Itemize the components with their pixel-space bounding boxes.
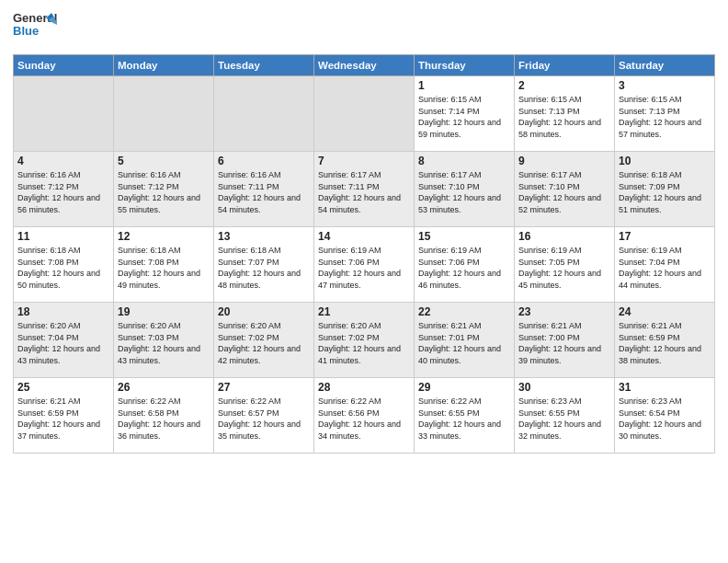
cell-info: Sunrise: 6:15 AMSunset: 7:14 PMDaylight:… bbox=[418, 94, 510, 140]
calendar-cell: 28Sunrise: 6:22 AMSunset: 6:56 PMDayligh… bbox=[314, 378, 415, 454]
day-number: 16 bbox=[518, 230, 610, 243]
cell-info: Sunrise: 6:19 AMSunset: 7:04 PMDaylight:… bbox=[619, 245, 711, 291]
day-number: 11 bbox=[17, 230, 109, 243]
header-tuesday: Tuesday bbox=[214, 55, 314, 76]
header-sunday: Sunday bbox=[14, 55, 114, 76]
calendar-cell: 3Sunrise: 6:15 AMSunset: 7:13 PMDaylight… bbox=[615, 76, 715, 152]
day-number: 5 bbox=[118, 155, 210, 167]
day-number: 17 bbox=[619, 230, 711, 243]
cell-info: Sunrise: 6:18 AMSunset: 7:09 PMDaylight:… bbox=[619, 169, 711, 215]
cell-info: Sunrise: 6:18 AMSunset: 7:08 PMDaylight:… bbox=[17, 245, 109, 291]
day-number: 1 bbox=[418, 79, 510, 92]
calendar-cell: 25Sunrise: 6:21 AMSunset: 6:59 PMDayligh… bbox=[14, 378, 114, 454]
day-number: 19 bbox=[118, 305, 210, 318]
cell-info: Sunrise: 6:20 AMSunset: 7:02 PMDaylight:… bbox=[218, 320, 310, 366]
calendar-cell: 1Sunrise: 6:15 AMSunset: 7:14 PMDaylight… bbox=[415, 76, 515, 152]
cell-info: Sunrise: 6:15 AMSunset: 7:13 PMDaylight:… bbox=[619, 94, 711, 140]
calendar-cell: 30Sunrise: 6:23 AMSunset: 6:55 PMDayligh… bbox=[515, 378, 615, 454]
calendar-cell: 18Sunrise: 6:20 AMSunset: 7:04 PMDayligh… bbox=[14, 303, 114, 378]
calendar-cell: 31Sunrise: 6:23 AMSunset: 6:54 PMDayligh… bbox=[615, 378, 715, 454]
day-number: 6 bbox=[218, 155, 310, 167]
calendar-cell: 29Sunrise: 6:22 AMSunset: 6:55 PMDayligh… bbox=[415, 378, 515, 454]
day-number: 3 bbox=[619, 79, 711, 92]
calendar-cell: 7Sunrise: 6:17 AMSunset: 7:11 PMDaylight… bbox=[314, 152, 415, 227]
calendar-cell: 24Sunrise: 6:21 AMSunset: 6:59 PMDayligh… bbox=[615, 303, 715, 378]
day-number: 20 bbox=[218, 305, 310, 318]
calendar-cell: 9Sunrise: 6:17 AMSunset: 7:10 PMDaylight… bbox=[515, 152, 615, 227]
calendar-cell: 22Sunrise: 6:21 AMSunset: 7:01 PMDayligh… bbox=[415, 303, 515, 378]
calendar-week-row: 4Sunrise: 6:16 AMSunset: 7:12 PMDaylight… bbox=[14, 152, 715, 227]
day-number: 25 bbox=[17, 381, 109, 394]
logo: General Blue bbox=[13, 9, 57, 49]
cell-info: Sunrise: 6:19 AMSunset: 7:05 PMDaylight:… bbox=[518, 245, 610, 291]
cell-info: Sunrise: 6:23 AMSunset: 6:55 PMDaylight:… bbox=[518, 396, 610, 442]
day-number: 8 bbox=[418, 155, 510, 167]
calendar-cell: 15Sunrise: 6:19 AMSunset: 7:06 PMDayligh… bbox=[415, 227, 515, 303]
calendar-cell: 21Sunrise: 6:20 AMSunset: 7:02 PMDayligh… bbox=[314, 303, 415, 378]
header-thursday: Thursday bbox=[415, 55, 515, 76]
day-number: 29 bbox=[418, 381, 510, 394]
cell-info: Sunrise: 6:18 AMSunset: 7:08 PMDaylight:… bbox=[118, 245, 210, 291]
calendar-week-row: 11Sunrise: 6:18 AMSunset: 7:08 PMDayligh… bbox=[14, 227, 715, 303]
calendar-cell: 8Sunrise: 6:17 AMSunset: 7:10 PMDaylight… bbox=[415, 152, 515, 227]
day-number: 31 bbox=[619, 381, 711, 394]
general-blue-logo-svg: General Blue bbox=[13, 9, 57, 44]
cell-info: Sunrise: 6:17 AMSunset: 7:10 PMDaylight:… bbox=[418, 169, 510, 215]
cell-info: Sunrise: 6:23 AMSunset: 6:54 PMDaylight:… bbox=[619, 396, 711, 442]
cell-info: Sunrise: 6:22 AMSunset: 6:55 PMDaylight:… bbox=[418, 396, 510, 442]
cell-info: Sunrise: 6:22 AMSunset: 6:56 PMDaylight:… bbox=[318, 396, 410, 442]
calendar-cell bbox=[114, 76, 214, 152]
cell-info: Sunrise: 6:22 AMSunset: 6:58 PMDaylight:… bbox=[118, 396, 210, 442]
header-saturday: Saturday bbox=[615, 55, 715, 76]
day-number: 18 bbox=[17, 305, 109, 318]
day-number: 10 bbox=[619, 155, 711, 167]
header-wednesday: Wednesday bbox=[314, 55, 415, 76]
day-number: 14 bbox=[318, 230, 410, 243]
day-number: 26 bbox=[118, 381, 210, 394]
calendar-header-row: Sunday Monday Tuesday Wednesday Thursday… bbox=[14, 55, 715, 76]
day-number: 9 bbox=[518, 155, 610, 167]
cell-info: Sunrise: 6:16 AMSunset: 7:12 PMDaylight:… bbox=[118, 169, 210, 215]
calendar-cell: 26Sunrise: 6:22 AMSunset: 6:58 PMDayligh… bbox=[114, 378, 214, 454]
cell-info: Sunrise: 6:19 AMSunset: 7:06 PMDaylight:… bbox=[418, 245, 510, 291]
day-number: 27 bbox=[218, 381, 310, 394]
calendar-cell: 4Sunrise: 6:16 AMSunset: 7:12 PMDaylight… bbox=[14, 152, 114, 227]
calendar-cell: 6Sunrise: 6:16 AMSunset: 7:11 PMDaylight… bbox=[214, 152, 314, 227]
day-number: 13 bbox=[218, 230, 310, 243]
calendar-cell bbox=[314, 76, 415, 152]
cell-info: Sunrise: 6:21 AMSunset: 6:59 PMDaylight:… bbox=[619, 320, 711, 366]
logo-bird-icon: General Blue bbox=[13, 9, 57, 49]
day-number: 24 bbox=[619, 305, 711, 318]
calendar-cell: 5Sunrise: 6:16 AMSunset: 7:12 PMDaylight… bbox=[114, 152, 214, 227]
calendar-cell: 16Sunrise: 6:19 AMSunset: 7:05 PMDayligh… bbox=[515, 227, 615, 303]
cell-info: Sunrise: 6:20 AMSunset: 7:04 PMDaylight:… bbox=[17, 320, 109, 366]
cell-info: Sunrise: 6:21 AMSunset: 7:00 PMDaylight:… bbox=[518, 320, 610, 366]
calendar-cell: 2Sunrise: 6:15 AMSunset: 7:13 PMDaylight… bbox=[515, 76, 615, 152]
day-number: 12 bbox=[118, 230, 210, 243]
day-number: 2 bbox=[518, 79, 610, 92]
cell-info: Sunrise: 6:20 AMSunset: 7:03 PMDaylight:… bbox=[118, 320, 210, 366]
calendar-week-row: 18Sunrise: 6:20 AMSunset: 7:04 PMDayligh… bbox=[14, 303, 715, 378]
calendar-cell: 10Sunrise: 6:18 AMSunset: 7:09 PMDayligh… bbox=[615, 152, 715, 227]
calendar-cell: 14Sunrise: 6:19 AMSunset: 7:06 PMDayligh… bbox=[314, 227, 415, 303]
day-number: 23 bbox=[518, 305, 610, 318]
cell-info: Sunrise: 6:17 AMSunset: 7:10 PMDaylight:… bbox=[518, 169, 610, 215]
calendar-cell bbox=[14, 76, 114, 152]
cell-info: Sunrise: 6:22 AMSunset: 6:57 PMDaylight:… bbox=[218, 396, 310, 442]
cell-info: Sunrise: 6:16 AMSunset: 7:12 PMDaylight:… bbox=[17, 169, 109, 215]
day-number: 15 bbox=[418, 230, 510, 243]
calendar-cell: 23Sunrise: 6:21 AMSunset: 7:00 PMDayligh… bbox=[515, 303, 615, 378]
day-number: 7 bbox=[318, 155, 410, 167]
calendar-cell: 12Sunrise: 6:18 AMSunset: 7:08 PMDayligh… bbox=[114, 227, 214, 303]
cell-info: Sunrise: 6:16 AMSunset: 7:11 PMDaylight:… bbox=[218, 169, 310, 215]
day-number: 22 bbox=[418, 305, 510, 318]
calendar-cell: 11Sunrise: 6:18 AMSunset: 7:08 PMDayligh… bbox=[14, 227, 114, 303]
cell-info: Sunrise: 6:21 AMSunset: 7:01 PMDaylight:… bbox=[418, 320, 510, 366]
cell-info: Sunrise: 6:15 AMSunset: 7:13 PMDaylight:… bbox=[518, 94, 610, 140]
calendar-cell: 13Sunrise: 6:18 AMSunset: 7:07 PMDayligh… bbox=[214, 227, 314, 303]
cell-info: Sunrise: 6:20 AMSunset: 7:02 PMDaylight:… bbox=[318, 320, 410, 366]
calendar-cell: 17Sunrise: 6:19 AMSunset: 7:04 PMDayligh… bbox=[615, 227, 715, 303]
day-number: 30 bbox=[518, 381, 610, 394]
day-number: 21 bbox=[318, 305, 410, 318]
cell-info: Sunrise: 6:21 AMSunset: 6:59 PMDaylight:… bbox=[17, 396, 109, 442]
